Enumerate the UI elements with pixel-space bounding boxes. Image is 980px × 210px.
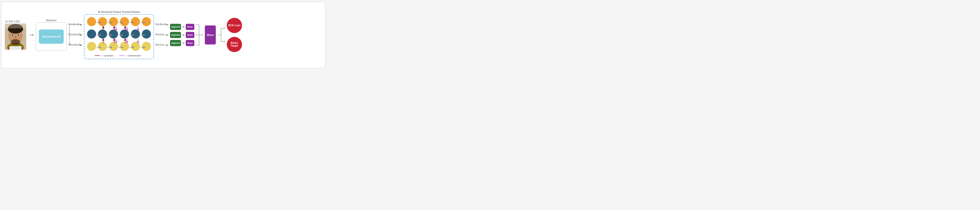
downsample-legend: — Downsample →	[119, 54, 143, 57]
node-orange-6	[142, 17, 151, 26]
node-dark-2	[98, 30, 107, 38]
svg-marker-20	[80, 44, 83, 46]
node-yellow-4	[120, 42, 129, 51]
bifpn-outer: — Upsample → — Downsample →	[84, 14, 154, 59]
node-orange-3	[109, 17, 118, 26]
face-image	[5, 24, 26, 50]
mean-box-2: Mean	[186, 32, 194, 38]
binary-target-label: BinaryTarget	[231, 42, 238, 47]
arrow-sm-3	[182, 43, 185, 43]
bifpn-grid-container	[86, 17, 152, 53]
node-yellow-6	[142, 42, 151, 51]
downsample-line	[119, 55, 124, 56]
output-row-3: Sigmoid Mean	[170, 40, 194, 46]
mean-to-loss-arrows	[218, 23, 225, 47]
backbone-label: Backbone	[46, 19, 57, 22]
upsample-label: — Upsample →	[101, 54, 116, 57]
sigmoid-box-2: Sigmoid	[170, 32, 181, 38]
bifpn-title: Bi-Directional Feature Pyramid Network	[98, 11, 140, 13]
svg-marker-60	[202, 34, 203, 36]
backbone-section: Backbone EfficientNet b0	[36, 19, 67, 51]
svg-point-9	[14, 36, 16, 38]
downsample-label: — Downsample →	[126, 54, 143, 57]
backbone-output-arrows: 40 x 64 x 64 112 x 32 x 32 320 x 16 x 16	[68, 19, 83, 51]
input-label: 3 x 512 x 512	[5, 20, 19, 23]
sigmoid-box-1: Sigmoid	[170, 24, 181, 30]
svg-marker-64	[224, 27, 225, 29]
node-dark-3	[109, 30, 118, 38]
bifpn-section: Bi-Directional Feature Pyramid Network	[84, 11, 154, 59]
efficientnet-box: EfficientNet b0	[39, 30, 64, 44]
node-yellow-3	[109, 42, 118, 51]
converge-arrows	[196, 19, 203, 51]
svg-rect-12	[5, 24, 26, 28]
svg-point-8	[18, 34, 19, 36]
node-orange-1	[87, 17, 96, 26]
upsample-line	[95, 55, 100, 56]
svg-marker-15	[80, 24, 83, 26]
node-orange-2	[98, 17, 107, 26]
node-orange-4	[120, 17, 129, 26]
mean-box-3: Mean	[186, 40, 194, 46]
node-dark-1	[87, 30, 96, 38]
arrow-sm-2	[182, 35, 185, 35]
mean-box-1: Mean	[186, 24, 194, 30]
out-dim-label-bot: 64 x 4 x 4	[156, 43, 164, 46]
arrow-line	[29, 35, 34, 35]
svg-point-10	[11, 39, 20, 45]
node-yellow-1	[87, 42, 96, 51]
out-dim-label-top: 64 x 16 x 16	[156, 23, 166, 25]
svg-point-7	[12, 34, 13, 36]
bce-loss-box: BCE Loss	[227, 18, 242, 33]
dim-label-top: 40 x 64 x 64	[68, 23, 79, 25]
output-row-2: Sigmoid Mean	[170, 32, 194, 38]
node-yellow-5	[131, 42, 140, 51]
flow-container: 3 x 512 x 512	[5, 4, 242, 66]
svg-marker-51	[166, 34, 169, 36]
backbone-outer: EfficientNet b0	[36, 22, 67, 51]
node-dark-5	[131, 30, 140, 38]
bifpn-nodes	[86, 17, 152, 53]
svg-marker-53	[166, 44, 169, 46]
output-row-1: Sigmoid Mean	[170, 24, 194, 30]
output-section: Sigmoid Mean Sigmoid Mean	[170, 24, 194, 46]
svg-rect-11	[10, 46, 21, 50]
arrow-input-to-backbone	[29, 35, 34, 35]
bifpn-legend: — Upsample → — Downsample →	[86, 54, 152, 57]
node-dark-4	[120, 30, 129, 38]
binary-target-box: BinaryTarget	[227, 37, 242, 52]
big-mean-box: Mean	[205, 25, 216, 44]
upsample-legend: — Upsample →	[95, 54, 116, 57]
svg-marker-17	[80, 34, 83, 36]
out-dim-label-mid: 64 x 8 x 8	[156, 33, 164, 35]
dim-label-bot: 320 x 16 x 16	[68, 43, 80, 46]
dim-label-mid: 112 x 32 x 32	[68, 33, 80, 35]
svg-marker-67	[224, 41, 225, 43]
right-section: BCE Loss BinaryTarget	[227, 18, 242, 52]
svg-marker-49	[166, 24, 169, 26]
bifpn-output-arrows: 64 x 16 x 16 64 x 8 x 8 64 x 4 x 4	[156, 19, 169, 51]
node-orange-5	[131, 17, 140, 26]
arrow-sm-1	[182, 27, 185, 27]
node-yellow-2	[98, 42, 107, 51]
main-diagram: 3 x 512 x 512	[1, 2, 326, 68]
input-section: 3 x 512 x 512	[5, 20, 26, 50]
node-dark-6	[142, 30, 151, 38]
sigmoid-box-3: Sigmoid	[170, 40, 181, 46]
